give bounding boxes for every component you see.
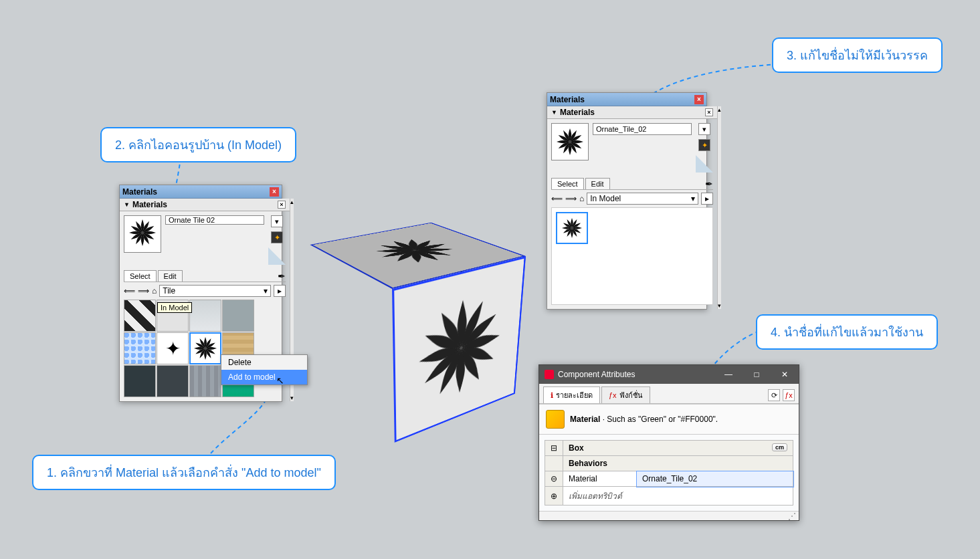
cursor-icon: ↖ — [276, 375, 284, 386]
component-attributes-window: Component Attributes — □ ✕ ℹรายละเอียด ƒ… — [538, 364, 799, 521]
callout-step-1: 1. คลิกขวาที่ Material แล้วเลือกคำสั่ง "… — [32, 455, 336, 490]
close-icon[interactable]: × — [694, 95, 704, 104]
tile-swatch[interactable] — [124, 365, 156, 397]
panel-titlebar[interactable]: Materials × — [120, 185, 282, 199]
panel-title: Materials — [122, 187, 157, 197]
minimize-icon[interactable]: × — [705, 108, 713, 116]
tile-swatch[interactable]: ✦ — [157, 332, 189, 364]
chevron-down-icon: ▾ — [691, 194, 695, 203]
window-titlebar[interactable]: Component Attributes — □ ✕ — [539, 365, 799, 384]
context-menu: Delete Add to model — [221, 354, 308, 385]
material-name-input[interactable] — [593, 123, 692, 135]
tab-edit[interactable]: Edit — [585, 178, 610, 189]
sample-paint-icon[interactable]: ▾ — [271, 215, 283, 227]
in-model-icon[interactable]: ⌂ — [579, 194, 584, 203]
add-attr-icon[interactable]: ⊕ — [545, 487, 563, 506]
material-grid: ✦ — [120, 300, 290, 401]
nav-back-icon[interactable]: ⟸ — [551, 194, 563, 203]
default-color-icon[interactable] — [696, 155, 713, 173]
panel-titlebar[interactable]: Materials × — [547, 93, 706, 106]
maximize-button[interactable]: □ — [748, 370, 765, 379]
panel-title: Materials — [550, 95, 585, 104]
scroll-up-icon[interactable]: ▴ — [290, 199, 294, 205]
refresh-icon[interactable]: ⟳ — [768, 389, 780, 401]
tile-swatch[interactable] — [157, 365, 189, 397]
library-dropdown[interactable]: In Model ▾ — [587, 193, 698, 205]
panel-sub-label: Materials — [560, 108, 595, 117]
attribute-description: Material · Such as "Green" or "#FF0000". — [539, 404, 799, 435]
close-button[interactable]: ✕ — [776, 370, 793, 379]
table-group-header: Box cm — [563, 441, 793, 456]
tile-swatch[interactable] — [124, 300, 156, 332]
tab-select[interactable]: Select — [124, 270, 157, 282]
chevron-down-icon: ▾ — [264, 286, 268, 296]
sample-paint-icon[interactable]: ▾ — [698, 123, 710, 135]
library-dropdown-label: Tile — [163, 286, 175, 296]
sketchup-icon — [545, 370, 554, 379]
row-toggle[interactable]: ⊖ — [545, 471, 563, 487]
panel-sub-label: Materials — [132, 200, 167, 209]
details-icon[interactable]: ▸ — [274, 285, 286, 297]
minimize-button[interactable]: — — [720, 370, 737, 379]
component-icon — [546, 410, 565, 429]
tile-swatch[interactable] — [189, 300, 221, 332]
scroll-down-icon[interactable]: ▾ — [718, 302, 721, 309]
attr-value-material[interactable]: Ornate_Tile_02 — [637, 471, 793, 487]
current-material-swatch[interactable] — [551, 123, 589, 160]
ornate-flower-icon — [129, 219, 156, 249]
callout-step-4: 4. นำชื่อที่แก้ไขแล้วมาใช้งาน — [756, 314, 938, 350]
fx-toggle-icon[interactable]: ƒx — [783, 389, 795, 401]
tab-select[interactable]: Select — [551, 178, 584, 189]
attr-name-material: Material — [563, 471, 637, 487]
callout-step-3: 3. แก้ไขชื่อไม่ให้มีเว้นวรรค — [772, 37, 943, 73]
section-header: Behaviors — [563, 456, 793, 471]
library-dropdown-label: In Model — [590, 194, 621, 203]
tile-swatch[interactable] — [124, 332, 156, 364]
viewport-cube — [314, 221, 515, 421]
library-dropdown[interactable]: Tile ▾ — [159, 285, 271, 297]
create-material-icon[interactable]: ✦ — [271, 231, 283, 243]
nav-fwd-icon[interactable]: ⟹ — [565, 194, 577, 203]
details-icon[interactable]: ▸ — [701, 193, 713, 205]
in-model-icon[interactable]: ⌂ — [152, 286, 157, 296]
tab-functions[interactable]: ƒxฟังก์ชั่น — [601, 386, 650, 403]
add-attribute-row[interactable]: เพิ่มแอตทริบิวต์ — [563, 487, 793, 506]
nav-fwd-icon[interactable]: ⟹ — [138, 286, 149, 296]
tab-edit[interactable]: Edit — [158, 270, 183, 282]
collapse-icon[interactable]: ▼ — [551, 109, 557, 116]
ctx-add-to-model[interactable]: Add to model — [221, 370, 307, 384]
eyedropper-icon[interactable]: ✒ — [705, 179, 713, 189]
eyedropper-icon[interactable]: ✒ — [278, 271, 286, 282]
scroll-up-icon[interactable]: ▴ — [718, 106, 721, 113]
close-icon[interactable]: × — [270, 187, 279, 197]
attributes-table: ⊟ Box cm Behaviors ⊖ Material Ornate_Til… — [545, 440, 793, 506]
nav-back-icon[interactable]: ⟸ — [124, 286, 135, 296]
materials-panel-right: Materials × ▼ Materials × ▾ ✦ — [547, 92, 707, 310]
tile-swatch-selected[interactable] — [556, 212, 588, 244]
callout-step-2: 2. คลิกไอคอนรูปบ้าน (In Model) — [100, 127, 296, 162]
tile-swatch-selected[interactable] — [189, 332, 221, 364]
tile-swatch[interactable] — [189, 365, 221, 397]
tab-details[interactable]: ℹรายละเอียด — [543, 386, 600, 403]
panel-subheader[interactable]: ▼ Materials × — [120, 199, 290, 211]
collapse-icon[interactable]: ▼ — [124, 201, 130, 208]
create-material-icon[interactable]: ✦ — [698, 139, 710, 151]
ctx-delete[interactable]: Delete — [221, 355, 307, 370]
default-color-icon[interactable] — [268, 247, 286, 265]
unit-badge[interactable]: cm — [772, 443, 787, 451]
current-material-swatch[interactable] — [124, 215, 161, 253]
window-title: Component Attributes — [558, 370, 635, 379]
minimize-icon[interactable]: × — [278, 201, 286, 209]
in-model-tooltip: In Model — [157, 302, 192, 313]
tile-swatch[interactable] — [222, 300, 254, 332]
collapse-toggle[interactable]: ⊟ — [545, 441, 563, 456]
resize-grip[interactable]: ⋰ — [539, 511, 799, 520]
scroll-down-icon[interactable]: ▾ — [290, 395, 294, 401]
panel-subheader[interactable]: ▼ Materials × — [547, 106, 717, 119]
material-name-input[interactable] — [165, 215, 264, 225]
